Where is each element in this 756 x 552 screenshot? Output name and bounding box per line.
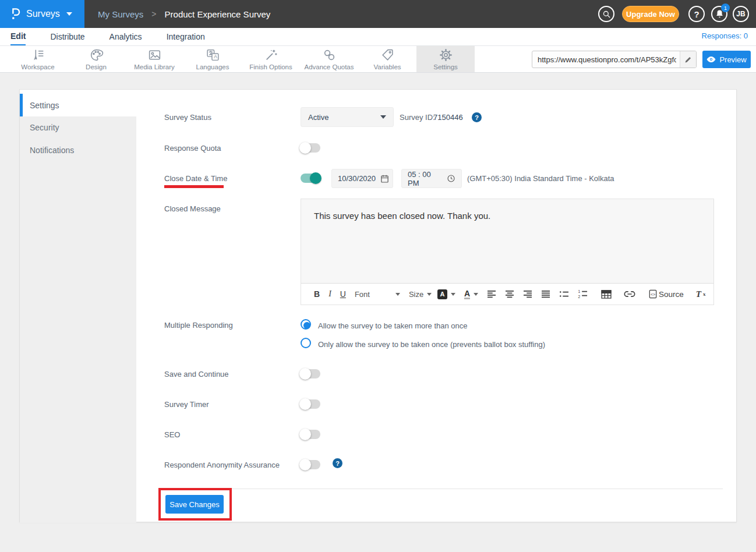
survey-id-label: Survey ID: xyxy=(400,113,435,122)
survey-id-help-icon[interactable]: ? xyxy=(472,112,482,122)
clock-icon xyxy=(447,174,455,183)
avatar[interactable]: JB xyxy=(733,6,749,22)
survey-status-select[interactable]: Active xyxy=(301,107,394,127)
questionpro-logo-icon xyxy=(9,7,21,21)
responses-count: Responses: 0 xyxy=(702,31,748,40)
link-button[interactable] xyxy=(624,291,635,298)
toolbar-item-workspace[interactable]: Workspace xyxy=(9,46,67,72)
surveys-menu[interactable]: Surveys xyxy=(0,0,84,28)
toolbar-item-design[interactable]: Design xyxy=(67,46,125,72)
numbered-list-button[interactable]: 12 xyxy=(578,289,588,299)
sidebar-item-notifications[interactable]: Notifications xyxy=(20,139,136,161)
languages-a-glyph: A xyxy=(214,54,217,59)
sidebar-item-settings[interactable]: Settings xyxy=(20,94,136,116)
timezone-text: (GMT+05:30) India Standard Time - Kolkat… xyxy=(467,174,614,183)
close-date-annotation-underline xyxy=(164,185,224,188)
tab-edit[interactable]: Edit xyxy=(10,28,26,45)
top-header: Surveys My Surveys > Product Experience … xyxy=(0,0,756,28)
caret-down-icon xyxy=(395,293,400,296)
response-quota-label: Response Quota xyxy=(164,144,221,153)
survey-timer-label: Survey Timer xyxy=(164,400,209,409)
justify-button[interactable] xyxy=(541,290,550,298)
radio-allow-once[interactable] xyxy=(301,338,311,348)
svg-text:1: 1 xyxy=(578,289,581,293)
respondent-anonymity-label: Respondent Anonymity Assurance xyxy=(164,461,280,469)
save-and-continue-label: Save and Continue xyxy=(164,370,229,378)
font-select[interactable]: Font xyxy=(355,290,400,299)
tab-analytics[interactable]: Analytics xyxy=(109,28,142,45)
respondent-anonymity-help-icon[interactable]: ? xyxy=(333,458,342,468)
preview-button[interactable]: Preview xyxy=(702,51,751,68)
seo-toggle[interactable] xyxy=(301,430,320,439)
caret-down-icon xyxy=(474,293,478,296)
radio-allow-multiple-label[interactable]: Allow the survey to be taken more than o… xyxy=(318,321,468,330)
align-center-button[interactable] xyxy=(505,290,514,298)
toolbar-item-settings[interactable]: Settings xyxy=(416,46,475,72)
search-button[interactable] xyxy=(598,6,614,22)
toolbar-item-variables[interactable]: Variables xyxy=(358,46,416,72)
save-changes-button[interactable]: Save Changes xyxy=(165,495,224,514)
finish-options-wand-icon xyxy=(264,48,278,62)
calendar-icon xyxy=(380,174,389,183)
edit-url-button[interactable] xyxy=(680,51,696,68)
close-date-toggle[interactable] xyxy=(301,174,320,183)
bgcolor-icon: A xyxy=(437,289,447,299)
underline-button[interactable]: U xyxy=(340,289,346,299)
survey-url-input[interactable] xyxy=(532,55,680,64)
media-library-icon xyxy=(147,48,162,62)
languages-icon: A xyxy=(206,48,220,62)
align-left-button[interactable] xyxy=(487,290,496,298)
tab-integration[interactable]: Integration xyxy=(167,28,205,45)
edit-toolbar: Workspace Design Media Library A Lan xyxy=(0,45,756,73)
close-date-label: Close Date & Time xyxy=(164,174,227,183)
background-color-button[interactable]: A xyxy=(437,289,455,299)
bold-button[interactable]: B xyxy=(314,289,320,299)
footer-divider xyxy=(164,489,723,489)
eye-icon xyxy=(706,56,716,63)
toolbar-item-languages[interactable]: A Languages xyxy=(183,46,242,72)
toolbar-item-finish-options[interactable]: Finish Options xyxy=(242,46,300,72)
notifications-button[interactable]: 1 xyxy=(711,6,727,22)
text-color-button[interactable]: A xyxy=(464,289,478,299)
radio-allow-multiple[interactable] xyxy=(301,319,311,330)
radio-allow-once-label[interactable]: Only allow the survey to be taken once (… xyxy=(318,340,545,349)
help-icon: ? xyxy=(694,9,699,19)
closed-message-textarea[interactable]: This survey has been closed now. Thank y… xyxy=(301,199,713,283)
closed-message-editor: This survey has been closed now. Thank y… xyxy=(301,199,714,305)
variables-tag-icon xyxy=(380,48,395,62)
response-quota-toggle[interactable] xyxy=(301,143,320,153)
remove-format-button[interactable]: Tx xyxy=(696,289,706,299)
bullet-list-button[interactable] xyxy=(559,290,569,299)
source-button[interactable]: <> Source xyxy=(649,289,684,299)
seo-label: SEO xyxy=(164,430,180,439)
textcolor-icon: A xyxy=(464,289,470,299)
caret-down-icon xyxy=(66,12,72,16)
respondent-anonymity-toggle[interactable] xyxy=(301,460,320,469)
close-date-input[interactable]: 10/30/2020 xyxy=(331,169,393,188)
search-icon xyxy=(602,10,611,19)
help-button[interactable]: ? xyxy=(688,6,705,22)
sidebar-background xyxy=(20,116,136,523)
italic-button[interactable]: I xyxy=(328,289,331,299)
align-right-button[interactable] xyxy=(523,290,532,298)
design-palette-icon xyxy=(89,48,104,62)
breadcrumb-my-surveys[interactable]: My Surveys xyxy=(98,9,143,19)
settings-gear-icon xyxy=(439,48,453,62)
close-time-input[interactable]: 05 : 00 PM xyxy=(401,169,462,188)
upgrade-now-button[interactable]: Upgrade Now xyxy=(622,6,679,22)
pencil-icon xyxy=(684,56,692,63)
table-button[interactable] xyxy=(601,290,612,299)
save-and-continue-toggle[interactable] xyxy=(301,369,320,378)
settings-panel: Settings Security Notifications Survey S… xyxy=(19,89,737,522)
survey-timer-toggle[interactable] xyxy=(301,399,320,409)
size-select[interactable]: Size xyxy=(409,290,429,299)
breadcrumb-separator: > xyxy=(151,9,156,19)
notification-badge: 1 xyxy=(721,3,730,12)
sidebar-item-security[interactable]: Security xyxy=(20,116,136,139)
tab-distribute[interactable]: Distribute xyxy=(50,28,84,45)
toolbar-item-advance-quotas[interactable]: Advance Quotas xyxy=(300,46,358,72)
page-title: Product Experience Survey xyxy=(165,9,271,19)
toolbar-item-media-library[interactable]: Media Library xyxy=(125,46,183,72)
rich-text-toolbar: B I U Font Size A A 12 <> Source Tx xyxy=(301,283,713,305)
product-name: Surveys xyxy=(26,9,60,19)
